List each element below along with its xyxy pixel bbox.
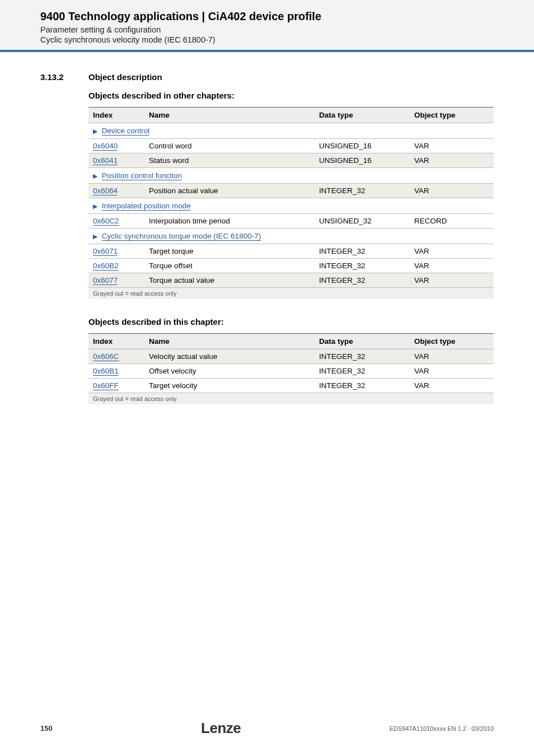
cell-dtype: INTEGER_32 — [315, 244, 410, 259]
cell-index: 0x6041 — [88, 153, 144, 168]
cell-otype: VAR — [410, 364, 494, 379]
cell-index: 0x6071 — [88, 244, 144, 259]
section-link-cell: ▶ Interpolated position mode — [88, 198, 494, 214]
page-number: 150 — [40, 724, 53, 732]
table2-footnote: Grayed out = read access only — [88, 393, 494, 404]
th-index: Index — [88, 108, 144, 123]
index-link[interactable]: 0x60FF — [93, 381, 119, 390]
section-link[interactable]: Position control function — [102, 171, 182, 180]
page-footer: 150 Lenze EDS94TA11010xxxx EN 1.2 · 03/2… — [0, 720, 534, 737]
index-link[interactable]: 0x6064 — [93, 186, 118, 195]
cell-otype: VAR — [410, 139, 494, 153]
cell-otype: VAR — [410, 259, 494, 273]
section-heading: 3.13.2 Object description — [40, 72, 494, 82]
th-index: Index — [88, 334, 144, 349]
section-link-cell: ▶ Device control — [88, 123, 494, 139]
header-sub2: Cyclic synchronous velocity mode (IEC 61… — [0, 35, 534, 44]
index-link[interactable]: 0x606C — [93, 352, 119, 361]
triangle-icon: ▶ — [93, 233, 97, 240]
index-link[interactable]: 0x6041 — [93, 156, 118, 165]
table2-header-row: Index Name Data type Object type — [88, 334, 494, 349]
cell-dtype: INTEGER_32 — [315, 184, 410, 198]
cell-otype: VAR — [410, 349, 494, 364]
table2-wrap: Index Name Data type Object type 0x606CV… — [88, 333, 494, 404]
header-sub1: Parameter setting & configuration — [0, 25, 534, 35]
table1: Index Name Data type Object type ▶ Devic… — [88, 107, 494, 288]
cell-index: 0x6040 — [88, 139, 144, 153]
section-number: 3.13.2 — [40, 72, 69, 82]
cell-dtype: UNSIGNED_32 — [315, 214, 410, 228]
cell-otype: VAR — [410, 244, 494, 259]
table1-row: 0x6071Target torqueINTEGER_32VAR — [88, 244, 494, 259]
table1-row: 0x6041Status wordUNSIGNED_16VAR — [88, 153, 494, 168]
page-header: 9400 Technology applications | CiA402 de… — [0, 0, 534, 50]
cell-index: 0x60B2 — [88, 259, 144, 273]
cell-name: Status word — [144, 153, 315, 168]
header-title: 9400 Technology applications | CiA402 de… — [0, 10, 534, 25]
cell-index: 0x60B1 — [88, 364, 144, 379]
brand-logo: Lenze — [201, 720, 241, 737]
cell-name: Torque actual value — [144, 273, 315, 288]
table2-row: 0x60B1Offset velocityINTEGER_32VAR — [88, 364, 494, 379]
section-link[interactable]: Cyclic synchronous torque mode (IEC 6180… — [102, 232, 261, 241]
section-title: Object description — [88, 72, 162, 82]
index-link[interactable]: 0x60B2 — [93, 262, 119, 270]
cell-dtype: INTEGER_32 — [315, 273, 410, 288]
table1-row: 0x6040Control wordUNSIGNED_16VAR — [88, 139, 494, 153]
cell-dtype: UNSIGNED_16 — [315, 139, 410, 153]
triangle-icon: ▶ — [93, 203, 97, 209]
th-name: Name — [144, 108, 315, 123]
table2-row: 0x60FFTarget velocityINTEGER_32VAR — [88, 379, 494, 393]
th-name: Name — [144, 334, 315, 349]
cell-otype: VAR — [410, 273, 494, 288]
cell-dtype: INTEGER_32 — [315, 364, 410, 379]
cell-dtype: INTEGER_32 — [315, 259, 410, 273]
cell-dtype: INTEGER_32 — [315, 379, 410, 393]
cell-name: Position actual value — [144, 184, 315, 198]
cell-index: 0x6077 — [88, 273, 144, 288]
section-link-row: ▶ Interpolated position mode — [88, 198, 494, 214]
th-dtype: Data type — [315, 334, 410, 349]
section-link-cell: ▶ Position control function — [88, 168, 494, 184]
cell-otype: RECORD — [410, 214, 494, 228]
th-otype: Object type — [410, 334, 494, 349]
cell-index: 0x60C2 — [88, 214, 144, 228]
section-link-row: ▶ Cyclic synchronous torque mode (IEC 61… — [88, 228, 494, 244]
index-link[interactable]: 0x6040 — [93, 142, 118, 151]
section-link-row: ▶ Position control function — [88, 168, 494, 184]
cell-name: Control word — [144, 139, 315, 153]
cell-name: Velocity actual value — [144, 349, 315, 364]
table2: Index Name Data type Object type 0x606CV… — [88, 333, 494, 393]
cell-otype: VAR — [410, 184, 494, 198]
index-link[interactable]: 0x6077 — [93, 276, 118, 285]
cell-name: Target velocity — [144, 379, 315, 393]
table2-row: 0x606CVelocity actual valueINTEGER_32VAR — [88, 349, 494, 364]
table1-row: 0x6077Torque actual valueINTEGER_32VAR — [88, 273, 494, 288]
triangle-icon: ▶ — [93, 172, 97, 179]
index-link[interactable]: 0x60B1 — [93, 367, 119, 376]
cell-name: Target torque — [144, 244, 315, 259]
subhead-this-chapter: Objects described in this chapter: — [88, 317, 494, 326]
section-link[interactable]: Device control — [102, 127, 150, 136]
subhead-other-chapters: Objects described in other chapters: — [88, 91, 494, 100]
table1-row: 0x60B2Torque offsetINTEGER_32VAR — [88, 259, 494, 273]
triangle-icon: ▶ — [93, 128, 97, 134]
cell-index: 0x60FF — [88, 379, 144, 393]
content-area: 3.13.2 Object description Objects descri… — [0, 52, 534, 404]
index-link[interactable]: 0x6071 — [93, 247, 118, 256]
cell-otype: VAR — [410, 379, 494, 393]
document-id: EDS94TA11010xxxx EN 1.2 · 03/2010 — [390, 725, 494, 732]
index-link[interactable]: 0x60C2 — [93, 217, 119, 226]
th-dtype: Data type — [315, 108, 410, 123]
table1-header-row: Index Name Data type Object type — [88, 108, 494, 123]
cell-name: Interpolation time period — [144, 214, 315, 228]
cell-dtype: UNSIGNED_16 — [315, 153, 410, 168]
section-link[interactable]: Interpolated position mode — [102, 202, 191, 211]
th-otype: Object type — [410, 108, 494, 123]
cell-index: 0x6064 — [88, 184, 144, 198]
cell-otype: VAR — [410, 153, 494, 168]
table1-wrap: Index Name Data type Object type ▶ Devic… — [88, 107, 494, 299]
cell-name: Torque offset — [144, 259, 315, 273]
cell-name: Offset velocity — [144, 364, 315, 379]
table1-row: 0x6064Position actual valueINTEGER_32VAR — [88, 184, 494, 198]
